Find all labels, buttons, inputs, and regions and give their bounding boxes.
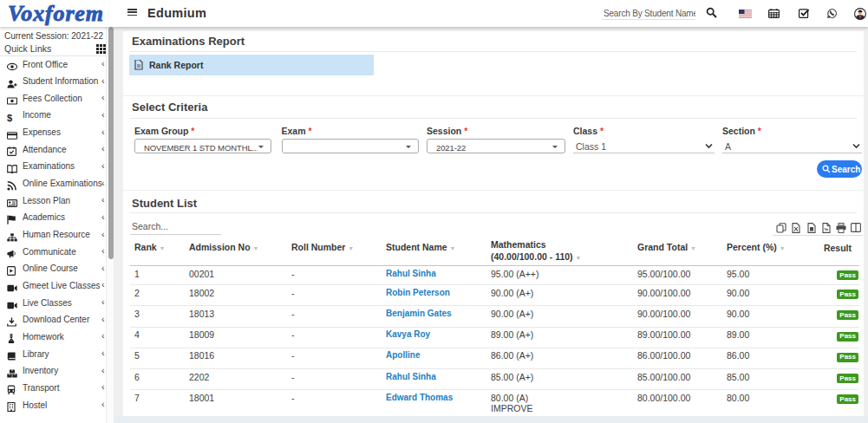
svg-text:Voxforem: Voxforem [8,2,103,26]
svg-text:$: $ [7,113,12,122]
